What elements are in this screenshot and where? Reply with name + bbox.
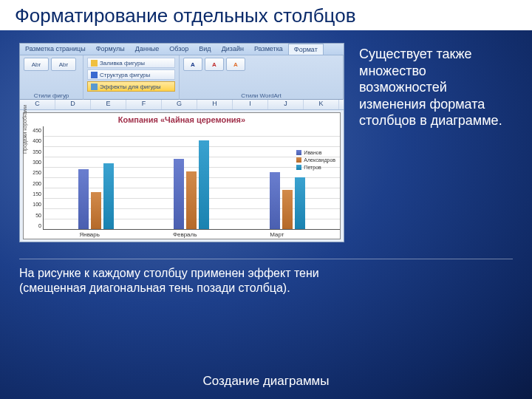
y-axis-label: Продажи коробками xyxy=(22,105,27,154)
shape-style-preset-1[interactable]: Abr xyxy=(24,58,49,71)
embedded-chart[interactable]: Компания «Чайная церемония» Продажи коро… xyxy=(23,112,341,239)
bar-jan-petrov[interactable] xyxy=(103,163,114,229)
divider-line xyxy=(19,259,513,259)
tab-layout[interactable]: Разметка xyxy=(249,44,288,55)
tab-format[interactable]: Формат xyxy=(288,44,324,55)
column-headers: C D E F G H I J K xyxy=(20,100,344,110)
caption-description: На рисунке к каждому столбцу применен эф… xyxy=(19,266,337,296)
bar-feb-aleks[interactable] xyxy=(186,171,197,229)
wordart-preset-1[interactable]: A xyxy=(183,58,202,71)
legend-swatch-2 xyxy=(296,157,301,163)
shape-style-preset-2[interactable]: Abr xyxy=(51,58,76,71)
col-f[interactable]: F xyxy=(126,100,162,109)
ribbon-tabs: Разметка страницы Формулы Данные Обзор В… xyxy=(20,44,344,55)
cluster-mar xyxy=(270,172,305,229)
cluster-feb xyxy=(174,140,209,229)
x-axis-labels: Январь Февраль Март xyxy=(24,230,340,238)
tab-design[interactable]: Дизайн xyxy=(216,44,249,55)
shape-outline-button[interactable]: Структура фигуры xyxy=(87,69,175,80)
shape-effects-button[interactable]: Эффекты для фигуры xyxy=(87,81,175,92)
tab-page-layout[interactable]: Разметка страницы xyxy=(20,44,91,55)
col-g[interactable]: G xyxy=(162,100,197,109)
bar-jan-aleks[interactable] xyxy=(91,192,101,229)
tab-view[interactable]: Вид xyxy=(194,44,216,55)
col-j[interactable]: J xyxy=(268,100,304,109)
group-label-shape-styles: Стили фигур xyxy=(24,92,79,99)
col-h[interactable]: H xyxy=(197,100,233,109)
shape-fill-label: Заливка фигуры xyxy=(100,60,145,66)
ribbon-group-shape-format: Заливка фигуры Структура фигуры Эффекты … xyxy=(83,55,180,100)
chart-legend: Иванов Александров Петров xyxy=(296,150,335,172)
col-d[interactable]: D xyxy=(55,100,91,109)
wordart-preset-3[interactable]: A xyxy=(226,58,245,71)
bar-jan-ivanov[interactable] xyxy=(78,169,89,229)
group-label-wordart: Стили WordArt xyxy=(183,92,339,99)
bar-feb-ivanov[interactable] xyxy=(174,159,184,229)
shape-effects-label: Эффекты для фигуры xyxy=(100,83,161,90)
tab-review[interactable]: Обзор xyxy=(164,44,194,55)
col-k[interactable]: K xyxy=(304,100,339,109)
cluster-jan xyxy=(78,163,114,229)
footer-text: Создание диаграммы xyxy=(0,374,532,389)
col-e[interactable]: E xyxy=(91,100,126,109)
ribbon: Разметка страницы Формулы Данные Обзор В… xyxy=(20,44,344,100)
outline-icon xyxy=(91,72,98,78)
tab-formulas[interactable]: Формулы xyxy=(91,44,130,55)
tab-data[interactable]: Данные xyxy=(130,44,165,55)
ribbon-group-shape-styles: Abr Abr Стили фигур xyxy=(20,55,83,100)
col-i[interactable]: I xyxy=(233,100,268,109)
legend-swatch-3 xyxy=(296,165,301,170)
bar-feb-petrov[interactable] xyxy=(199,140,209,229)
chart-title: Компания «Чайная церемония» xyxy=(24,113,340,126)
wordart-preset-2[interactable]: A xyxy=(205,58,224,71)
shape-fill-button[interactable]: Заливка фигуры xyxy=(87,58,175,68)
bar-mar-petrov[interactable] xyxy=(295,177,305,229)
bar-mar-ivanov[interactable] xyxy=(270,172,280,229)
shape-outline-label: Структура фигуры xyxy=(100,72,150,78)
bar-mar-aleks[interactable] xyxy=(282,190,293,229)
app-screenshot: Разметка страницы Формулы Данные Обзор В… xyxy=(19,43,344,242)
effects-icon xyxy=(91,83,98,90)
side-description: Существует также множество возможностей … xyxy=(359,46,514,129)
ribbon-group-wordart: A A A Стили WordArt xyxy=(180,55,344,100)
legend-swatch-1 xyxy=(296,150,301,155)
slide-title: Форматирование отдельных столбцов xyxy=(0,0,532,30)
plot-area xyxy=(43,126,340,230)
paint-bucket-icon xyxy=(91,60,98,66)
